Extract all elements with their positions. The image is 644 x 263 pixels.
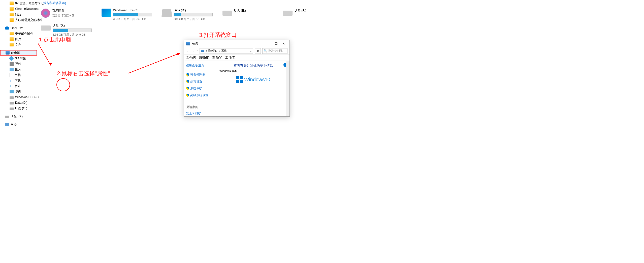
tree-network[interactable]: 网络: [0, 122, 37, 127]
drive-d[interactable]: Data (D:) 304 GB 可用，共 375 GB: [162, 9, 220, 21]
tree-label: 网络: [11, 122, 17, 127]
minimize-button[interactable]: —: [265, 41, 272, 46]
drive-usage-bar: [53, 29, 92, 32]
menu-view[interactable]: 查看(V): [212, 56, 222, 60]
content-heading: 查看有关计算机的基本信息: [219, 63, 287, 68]
maximize-button[interactable]: ☐: [272, 41, 280, 46]
usb-icon: [41, 25, 51, 31]
advanced-system-settings-link[interactable]: 高级系统设置: [186, 93, 215, 97]
forward-button[interactable]: →: [191, 49, 195, 53]
menu-edit[interactable]: 编辑(E): [199, 56, 209, 60]
baidu-icon: [41, 9, 50, 18]
search-input[interactable]: 🔍 搜索控制面...: [262, 48, 287, 54]
network-icon: [5, 123, 9, 126]
tree-desktop[interactable]: 桌面: [0, 89, 37, 94]
onedrive-icon: [5, 27, 9, 30]
tree-3d-objects[interactable]: 3D 对象: [0, 56, 37, 61]
tree-drive-c[interactable]: Windows-SSD (C:): [0, 94, 37, 100]
desktop-icon: [10, 90, 14, 93]
document-icon: [10, 73, 13, 77]
tree-label: Data (D:): [15, 101, 27, 104]
close-button[interactable]: ✕: [280, 41, 287, 46]
drive-sub: 304 GB 可用，共 375 GB: [174, 17, 220, 21]
chevron-right-icon: ›: [219, 49, 220, 52]
drive-name: U 盘 (F:): [295, 9, 341, 13]
tree-folder[interactable]: ChromeDownload: [0, 6, 37, 12]
drive-sub: 8.98 GB 可用，共 14.9 GB: [53, 33, 99, 37]
section-header[interactable]: ⌄ 设备和驱动器 (6): [40, 0, 393, 6]
drive-icon: [10, 102, 14, 104]
tree-pictures[interactable]: 图片: [0, 67, 37, 72]
tree-folder[interactable]: 02 语法、句型与词汇: [0, 1, 37, 6]
drive-g[interactable]: U 盘 (G:) 8.98 GB 可用，共 14.9 GB: [41, 23, 99, 37]
navigation-sidebar: 02 语法、句型与词汇 ChromeDownload 简历 入职前需提交的材料 …: [0, 0, 37, 162]
tree-folder[interactable]: 入职前需提交的材料: [0, 17, 37, 23]
tree-onedrive[interactable]: OneDrive: [0, 25, 37, 31]
search-icon: 🔍: [264, 49, 267, 52]
remote-settings-link[interactable]: 远程设置: [186, 80, 215, 84]
music-icon: [10, 84, 13, 88]
address-bar[interactable]: « 系统和... › 系统 ⌄: [200, 48, 253, 54]
menu-tools[interactable]: 工具(T): [225, 56, 235, 60]
drive-c[interactable]: Windows-SSD (C:) 35.8 GB 可用，共 99.9 GB: [102, 9, 159, 21]
tree-label: 图片: [15, 37, 21, 41]
drives-grid: 百度网盘 双击运行百度网盘 Windows-SSD (C:) 35.8 GB 可…: [40, 6, 393, 37]
tree-drive-g[interactable]: U 盘 (G:): [0, 106, 37, 111]
drive-sub: 双击运行百度网盘: [52, 14, 99, 17]
tree-folder[interactable]: 图片: [0, 36, 37, 42]
security-maintenance-link[interactable]: 安全和维护: [186, 111, 215, 116]
svg-marker-3: [176, 53, 180, 56]
tree-folder[interactable]: 简历: [0, 12, 37, 17]
up-button[interactable]: ↑: [196, 49, 198, 53]
see-also-label: 另请参阅: [186, 105, 215, 109]
shield-icon: [186, 80, 189, 84]
tree-folder[interactable]: 电子邮件附件: [0, 31, 37, 36]
refresh-button[interactable]: ↻: [255, 48, 261, 54]
back-button[interactable]: ←: [186, 49, 190, 53]
tree-label: 文档: [15, 43, 21, 47]
tree-label: 视频: [15, 62, 21, 66]
vertical-scrollbar[interactable]: [286, 61, 289, 116]
tree-label: 入职前需提交的材料: [15, 18, 42, 22]
annotation-2: 2.鼠标右击选择"属性": [57, 70, 110, 77]
tree-folder[interactable]: 文档: [0, 42, 37, 47]
shield-icon: [186, 94, 189, 97]
tree-label: 图片: [15, 67, 21, 72]
chevron-down-icon: ⌄: [40, 2, 42, 5]
tree-label: 02 语法、句型与词汇: [15, 1, 44, 6]
obj3d-icon: [9, 56, 14, 61]
drive-usage-bar: [113, 13, 152, 16]
tree-usb[interactable]: U 盘 (G:): [0, 114, 37, 119]
annotation-arrow-2: [126, 48, 184, 76]
tree-this-pc[interactable]: 此电脑: [0, 50, 37, 56]
picture-icon: [10, 68, 14, 71]
tree-label: U 盘 (G:): [11, 114, 23, 119]
drive-icon: [10, 108, 14, 110]
folder-icon: [10, 37, 14, 41]
folder-icon: [10, 13, 14, 16]
main-content: ⌄ 设备和驱动器 (6) 百度网盘 双击运行百度网盘 Windows-SSD (…: [40, 0, 393, 37]
tree-documents[interactable]: 文档: [0, 72, 37, 78]
tree-label: 文档: [15, 73, 21, 77]
tree-label: U 盘 (G:): [15, 106, 27, 111]
menu-file[interactable]: 文件(F): [186, 56, 196, 60]
tree-label: 桌面: [15, 90, 21, 94]
tree-videos[interactable]: 视频: [0, 61, 37, 67]
chevron-down-icon[interactable]: ⌄: [250, 49, 252, 52]
video-icon: [10, 62, 14, 66]
tree-drive-d[interactable]: Data (D:): [0, 100, 37, 106]
shield-icon: [186, 87, 189, 90]
drive-name: Windows-SSD (C:): [113, 9, 159, 12]
drive-sub: 35.8 GB 可用，共 99.9 GB: [113, 17, 159, 21]
window-nav: ← → ↑ « 系统和... › 系统 ⌄ ↻ 🔍 搜索控制面...: [184, 47, 289, 55]
drive-e[interactable]: U 盘 (E:): [222, 9, 280, 21]
tree-downloads[interactable]: 下载: [0, 78, 37, 83]
tree-music[interactable]: 音乐: [0, 83, 37, 89]
window-titlebar[interactable]: 系统 — ☐ ✕: [184, 40, 289, 47]
system-protection-link[interactable]: 系统保护: [186, 86, 215, 91]
control-panel-home-link[interactable]: 控制面板主页: [186, 63, 215, 68]
drive-f[interactable]: U 盘 (F:): [283, 9, 341, 21]
drive-baidu[interactable]: 百度网盘 双击运行百度网盘: [41, 9, 99, 21]
device-manager-link[interactable]: 设备管理器: [186, 73, 215, 77]
tree-label: 3D 对象: [15, 56, 26, 61]
